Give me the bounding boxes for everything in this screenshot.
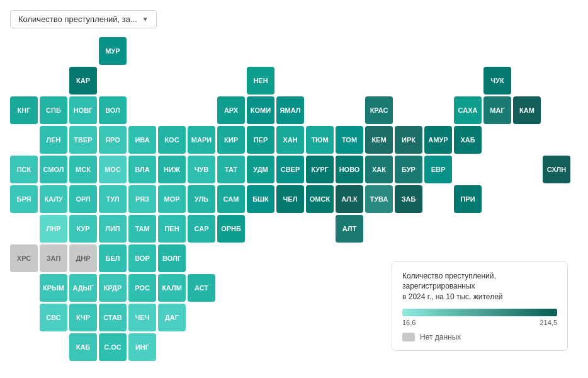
map-cell[interactable]: КРАС [365,96,393,124]
map-cell[interactable]: КОС [158,126,186,154]
map-cell[interactable]: МАРИ [188,126,215,154]
map-cell[interactable]: ТАТ [217,156,245,183]
map-cell[interactable]: С.ОС [99,333,127,361]
map-cell[interactable]: ОМСК [306,185,334,213]
map-cell[interactable]: ИНГ [128,333,156,361]
map-cell[interactable]: МОР [158,185,186,213]
map-cell[interactable]: ЧЕЧ [128,304,156,331]
map-cell[interactable]: НОВГ [69,96,97,124]
map-cell [188,333,215,361]
map-cell[interactable]: КОМИ [247,96,274,124]
map-cell[interactable]: КЕМ [365,126,393,154]
map-cell [10,333,38,361]
map-cell[interactable]: КАР [69,67,97,94]
map-cell[interactable]: ЗАБ [395,185,422,213]
map-cell[interactable]: АМУР [424,126,452,154]
map-cell[interactable]: АСТ [188,274,215,302]
map-cell[interactable]: ТОМ [336,126,363,154]
map-cell[interactable]: СПБ [40,96,67,124]
map-cell[interactable]: КУРГ [306,156,334,183]
map-cell[interactable]: НОВО [336,156,363,183]
map-cell[interactable]: САХА [454,96,482,124]
map-cell[interactable]: УЛЬ [188,185,215,213]
map-cell[interactable]: ЛЕН [40,126,67,154]
map-cell[interactable]: СВС [40,304,67,331]
map-cell[interactable]: ЧУВ [188,156,215,183]
map-cell[interactable]: ЗАП [40,244,67,272]
map-cell[interactable]: ЯМАЛ [276,96,304,124]
map-cell[interactable]: ДНР [69,244,97,272]
map-cell[interactable]: ПСК [10,156,38,183]
map-cell[interactable]: ЧЕЛ [276,185,304,213]
map-cell[interactable]: АЛ.К [336,185,363,213]
map-cell[interactable]: НИЖ [158,156,186,183]
map-cell [513,126,541,154]
map-cell[interactable]: ЧУК [483,67,511,94]
map-cell[interactable]: ЯРО [99,126,127,154]
map-cell[interactable]: КАЛМ [158,274,186,302]
map-cell[interactable]: САМ [217,185,245,213]
map-cell[interactable]: ЕВР [424,156,452,183]
map-cell[interactable]: ИРК [395,126,422,154]
map-cell[interactable]: РЯЗ [128,185,156,213]
map-cell[interactable]: АРХ [217,96,245,124]
map-cell[interactable]: ХАК [365,156,393,183]
map-cell[interactable]: КРДР [99,274,127,302]
map-cell[interactable]: КУР [69,215,97,243]
map-cell[interactable]: АДЫГ [69,274,97,302]
map-cell[interactable]: КИР [217,126,245,154]
map-cell[interactable]: ИВА [128,126,156,154]
map-cell[interactable]: СТАВ [99,304,127,331]
map-cell[interactable]: ОРНБ [217,215,245,243]
map-cell[interactable]: ВОР [128,244,156,272]
map-cell[interactable]: ДАГ [158,304,186,331]
map-cell[interactable]: ЛИП [99,215,127,243]
map-cell[interactable]: ТВЕР [69,126,97,154]
map-cell[interactable]: СВЕР [276,156,304,183]
map-cell[interactable]: ПРИ [454,185,482,213]
map-cell[interactable]: ХАБ [454,126,482,154]
map-cell[interactable]: ТЮМ [306,126,334,154]
map-cell[interactable]: МСК [69,156,97,183]
map-cell[interactable]: СМОЛ [40,156,67,183]
map-cell [336,244,363,272]
map-cell[interactable]: ВЛА [128,156,156,183]
map-cell [276,215,304,243]
map-cell[interactable]: ВОЛ [99,96,127,124]
map-cell[interactable]: БЕЛ [99,244,127,272]
map-cell[interactable]: БУР [395,156,422,183]
map-cell[interactable]: МАГ [483,96,511,124]
map-cell[interactable]: МОС [99,156,127,183]
legend-panel: Количество преступлений, зарегистрирован… [392,261,568,351]
map-cell [276,244,304,272]
map-cell[interactable]: ОРЛ [69,185,97,213]
map-cell[interactable]: ТУВА [365,185,393,213]
map-cell[interactable]: ТУЛ [99,185,127,213]
map-cell[interactable]: ВОЛГ [158,244,186,272]
map-cell[interactable]: УДМ [247,156,274,183]
map-cell[interactable]: БШК [247,185,274,213]
map-cell[interactable]: КРЫМ [40,274,67,302]
dropdown-button[interactable]: Количество преступлений, за... ▼ [10,10,157,28]
map-cell [365,67,393,94]
map-cell[interactable]: СХЛН [543,156,570,183]
map-cell [513,185,541,213]
map-cell[interactable]: НЕН [247,67,274,94]
map-cell[interactable]: КЧР [69,304,97,331]
map-cell[interactable]: АЛТ [336,215,363,243]
map-cell[interactable]: ТАМ [128,215,156,243]
map-cell[interactable]: КАБ [69,333,97,361]
map-cell[interactable]: МУР [99,37,127,65]
map-cell [10,126,38,154]
map-cell[interactable]: БРЯ [10,185,38,213]
map-cell[interactable]: РОС [128,274,156,302]
map-cell[interactable]: ХРС [10,244,38,272]
map-cell[interactable]: ЛНР [40,215,67,243]
map-cell[interactable]: САР [188,215,215,243]
map-cell[interactable]: ПЕР [247,126,274,154]
map-cell[interactable]: КАМ [513,96,541,124]
map-cell[interactable]: КНГ [10,96,38,124]
map-cell[interactable]: ХАН [276,126,304,154]
map-cell[interactable]: ПЕН [158,215,186,243]
map-cell[interactable]: КАЛУ [40,185,67,213]
